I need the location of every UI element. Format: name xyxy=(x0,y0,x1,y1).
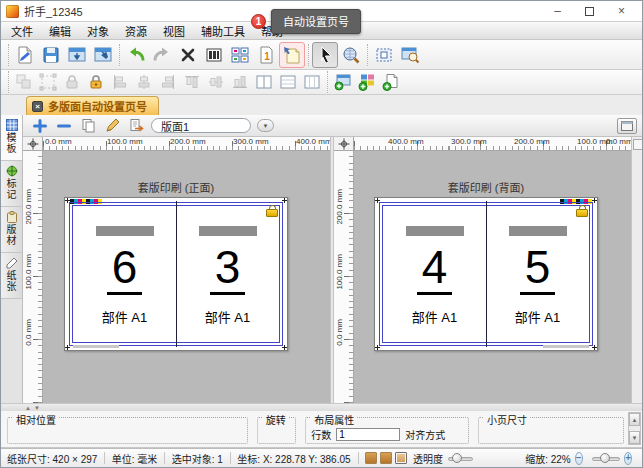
import-layout-icon xyxy=(67,45,87,65)
sheet-front[interactable]: 6 部件 A1 3 部件 A1 xyxy=(64,197,288,351)
add-imposition-button[interactable] xyxy=(355,71,379,94)
ruler-origin-button[interactable] xyxy=(23,137,43,151)
horizontal-ruler-front: 0.0 mm 100.0 mm 200.0 mm 300.0 mm 400.0 … xyxy=(43,137,330,151)
close-button[interactable]: × xyxy=(618,5,625,17)
zoom-slider[interactable] xyxy=(592,453,621,464)
menu-item-file[interactable]: 文件 xyxy=(3,22,41,39)
ruler-origin-button[interactable] xyxy=(334,137,354,151)
rows-input[interactable] xyxy=(336,428,400,441)
save-button[interactable] xyxy=(38,42,64,68)
window-icon xyxy=(621,121,633,131)
redo-button[interactable] xyxy=(149,42,175,68)
align-center-icon xyxy=(135,73,153,91)
imposition-scheme-button[interactable] xyxy=(227,42,253,68)
edit-layout-button[interactable] xyxy=(103,117,121,135)
part-label: 部件 A1 xyxy=(205,307,251,326)
split-rows-button[interactable] xyxy=(276,71,300,94)
add-layout-button[interactable] xyxy=(31,117,49,135)
remove-layout-button[interactable] xyxy=(55,117,73,135)
maximize-button[interactable] xyxy=(585,7,594,16)
page-cell[interactable]: 4 部件 A1 xyxy=(383,206,486,342)
menu-item-object[interactable]: 对象 xyxy=(79,22,117,39)
sheet-back[interactable]: 4 部件 A1 5 部件 A1 xyxy=(374,197,598,351)
scroll-down-icon[interactable]: ▼ xyxy=(629,431,640,444)
crosshair-icon xyxy=(27,138,39,150)
page-cell[interactable]: 3 部件 A1 xyxy=(176,206,279,342)
undo-button[interactable] xyxy=(123,42,149,68)
opacity-preset-low-button[interactable] xyxy=(365,452,377,464)
scroll-corner-button[interactable] xyxy=(633,139,643,150)
zoom-out-button[interactable]: − xyxy=(575,452,583,465)
align-right-button[interactable] xyxy=(156,71,180,94)
layout-list-button[interactable] xyxy=(127,117,145,135)
undo-icon xyxy=(126,45,146,65)
group-layout-properties: 布局属性 行数 对齐方式 xyxy=(305,417,469,444)
auto-set-page-number-button[interactable] xyxy=(279,42,305,68)
preview-button[interactable] xyxy=(397,42,423,68)
splitter-up-icon[interactable]: ▲ xyxy=(25,405,31,411)
menu-item-edit[interactable]: 编辑 xyxy=(41,22,79,39)
layout-select-dropdown-button[interactable]: ▼ xyxy=(257,119,274,132)
group-icon xyxy=(15,73,33,91)
select-tool-button[interactable] xyxy=(312,42,338,68)
tab-close-icon[interactable]: × xyxy=(32,101,43,112)
ruler-label: 300.0 mm xyxy=(451,137,487,146)
menu-item-tools[interactable]: 辅助工具 xyxy=(193,22,253,39)
page-number-button[interactable]: 1 xyxy=(253,42,279,68)
split-columns-button[interactable] xyxy=(300,71,324,94)
new-document-button[interactable] xyxy=(12,42,38,68)
lock-button[interactable] xyxy=(60,71,84,94)
export-layout-button[interactable] xyxy=(90,42,116,68)
ruler-label: 200.0 mm xyxy=(335,189,344,225)
slider-thumb[interactable] xyxy=(600,453,610,463)
menu-item-resource[interactable]: 资源 xyxy=(117,22,155,39)
ruler-label: 100.0 mm xyxy=(107,137,143,146)
unit-status: 单位: 毫米 xyxy=(112,451,158,466)
align-left-button[interactable] xyxy=(108,71,132,94)
ruler-label: 0.0 mm xyxy=(45,137,72,146)
add-imposition-icon xyxy=(358,73,376,91)
menu-item-view[interactable]: 视图 xyxy=(155,22,193,39)
align-bottom-button[interactable] xyxy=(228,71,252,94)
opacity-preset-mid-button[interactable] xyxy=(380,452,392,464)
columns-view-button[interactable] xyxy=(201,42,227,68)
fit-view-button[interactable] xyxy=(371,42,397,68)
sidebar-tab-paper[interactable]: 纸张 xyxy=(1,253,22,299)
canvas-front-viewport[interactable]: 套版印刷 (正面) 6 部件 A1 xyxy=(43,151,330,403)
sidebar-tab-template[interactable]: 模板 xyxy=(1,115,22,161)
align-center-button[interactable] xyxy=(132,71,156,94)
slider-thumb[interactable] xyxy=(452,453,462,463)
minimize-button[interactable]: – xyxy=(554,5,561,17)
add-flat-button[interactable] xyxy=(331,71,355,94)
align-middle-button[interactable] xyxy=(204,71,228,94)
save-icon xyxy=(41,45,61,65)
group-page-size: 小页尺寸 xyxy=(478,417,624,444)
pane-layout-button[interactable] xyxy=(617,118,637,134)
page-cell[interactable]: 5 部件 A1 xyxy=(486,206,589,342)
opacity-preset-high-button[interactable] xyxy=(395,452,407,464)
object-toolbar xyxy=(1,70,642,95)
split-vertical-button[interactable] xyxy=(252,71,276,94)
splitter-down-icon[interactable]: ▼ xyxy=(34,405,40,411)
panel-scrollbar[interactable]: ▲ ▼ xyxy=(628,412,641,445)
copy-layout-button[interactable] xyxy=(79,117,97,135)
layout-select[interactable]: 版面1 xyxy=(151,118,251,133)
coordinates-status: 坐标: X: 228.78 Y: 386.05 xyxy=(237,451,350,466)
scroll-up-icon[interactable]: ▲ xyxy=(629,413,640,426)
import-layout-button[interactable] xyxy=(64,42,90,68)
zoom-tool-button[interactable] xyxy=(338,42,364,68)
add-page-button[interactable] xyxy=(379,71,403,94)
page-cell[interactable]: 6 部件 A1 xyxy=(73,206,176,342)
selection-frame-button[interactable] xyxy=(36,71,60,94)
group-button[interactable] xyxy=(12,71,36,94)
canvas-back-viewport[interactable]: 套版印刷 (背面) 4 部件 A1 xyxy=(354,151,631,403)
align-top-button[interactable] xyxy=(180,71,204,94)
sidebar-tab-marks[interactable]: 标记 xyxy=(1,161,22,207)
panel-splitter[interactable]: ▲ ▼ xyxy=(1,403,642,411)
zoom-in-button[interactable]: + xyxy=(624,452,632,465)
unlock-button[interactable] xyxy=(84,71,108,94)
delete-button[interactable] xyxy=(175,42,201,68)
opacity-slider[interactable] xyxy=(448,453,473,464)
document-tab[interactable]: × 多版面自动设置页号 xyxy=(26,96,159,115)
sidebar-tab-plate[interactable]: 版材 xyxy=(1,207,22,253)
